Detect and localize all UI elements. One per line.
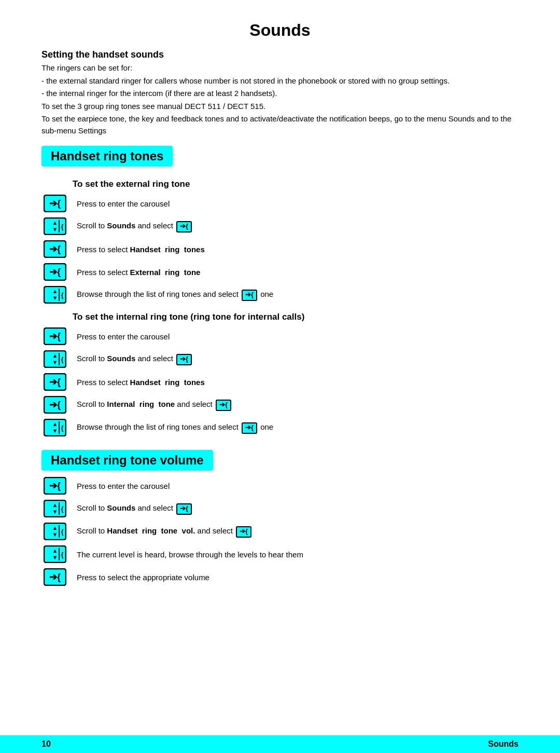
icon-nav: ➔{	[41, 395, 68, 415]
step-text: Scroll to Sounds and select ➔{	[77, 220, 193, 232]
svg-text:{: {	[61, 356, 64, 363]
sub-heading-internal: To set the internal ring tone (ring tone…	[73, 312, 519, 322]
icon-nav: ➔{	[41, 476, 68, 496]
svg-text:▲: ▲	[52, 547, 58, 554]
step-item: ➔{ Press to select the appropriate volum…	[41, 567, 519, 587]
scroll-icon-svg: ▲ ▼ {	[44, 523, 66, 540]
nav-icon-svg: ➔{	[44, 568, 66, 586]
icon-scroll: ▲ ▼ {	[41, 418, 68, 437]
step-text: Press to select the appropriate volume	[77, 572, 209, 583]
svg-text:{: {	[61, 505, 64, 513]
svg-text:▲: ▲	[52, 220, 58, 226]
icon-nav: ➔{	[41, 567, 68, 587]
step-item: ➔{ Scroll to Internal ring tone and sele…	[41, 395, 519, 415]
step-item: ➔{ Press to select Handset ring tones	[41, 372, 519, 392]
icon-scroll: ▲ ▼ {	[41, 285, 68, 305]
intro-para-2: - the external standard ringer for calle…	[41, 75, 519, 87]
svg-text:{: {	[61, 292, 64, 299]
inline-icon: ➔{	[216, 400, 231, 411]
scroll-icon-svg: ▲ ▼ {	[44, 217, 66, 235]
footer-section-title: Sounds	[488, 740, 519, 749]
inline-icon: ➔{	[242, 290, 257, 301]
step-text: Scroll to Sounds and select ➔{	[77, 502, 193, 514]
step-item: ▲ ▼ { The current level is heard, browse…	[41, 544, 519, 564]
step-item: ➔{ Press to select External ring tone	[41, 262, 519, 282]
icon-nav: ➔{	[41, 239, 68, 259]
intro-para-4: To set the 3 group ring tones see manual…	[41, 101, 519, 113]
svg-text:➔{: ➔{	[49, 572, 61, 582]
icon-scroll: ▲ ▼ {	[41, 544, 68, 564]
svg-text:➔{: ➔{	[49, 267, 61, 277]
step-text: Press to enter the carousel	[77, 331, 170, 342]
step-item: ▲ ▼ { Scroll to Sounds and select ➔{	[41, 349, 519, 369]
step-text: Browse through the list of ring tones an…	[77, 289, 273, 300]
step-text: Browse through the list of ring tones an…	[77, 421, 273, 433]
icon-nav: ➔{	[41, 326, 68, 346]
steps-volume: ➔{ Press to enter the carousel ▲ ▼ { Scr…	[41, 476, 519, 587]
intro-para-1: The ringers can be set for:	[41, 62, 519, 74]
step-item: ➔{ Press to enter the carousel	[41, 194, 519, 213]
banner-handset-ring-tone-volume: Handset ring tone volume	[41, 450, 213, 471]
scroll-icon-svg: ▲ ▼ {	[44, 350, 66, 368]
step-text: Press to enter the carousel	[77, 481, 170, 491]
steps-internal: ➔{ Press to enter the carousel ▲ ▼ { Scr…	[41, 326, 519, 437]
footer-bar: 10 Sounds	[0, 735, 560, 753]
svg-text:{: {	[61, 223, 64, 230]
banner-handset-ring-tones: Handset ring tones	[41, 146, 173, 167]
svg-text:{: {	[61, 551, 64, 558]
inline-icon: ➔{	[242, 422, 257, 434]
svg-text:▲: ▲	[52, 525, 58, 531]
svg-text:▲: ▲	[52, 502, 58, 508]
scroll-icon-svg: ▲ ▼ {	[44, 500, 66, 517]
svg-text:▼: ▼	[52, 554, 58, 560]
step-text: Press to select Handset ring tones	[77, 377, 205, 388]
step-item: ▲ ▼ { Scroll to Handset ring tone vol. a…	[41, 522, 519, 541]
inline-icon: ➔{	[176, 221, 192, 232]
svg-text:▼: ▼	[52, 531, 58, 538]
svg-text:▼: ▼	[52, 509, 58, 515]
icon-scroll: ▲ ▼ {	[41, 522, 68, 541]
nav-icon-svg: ➔{	[44, 195, 66, 212]
svg-text:▼: ▼	[52, 295, 58, 301]
scroll-icon-svg: ▲ ▼ {	[44, 286, 66, 304]
step-item: ➔{ Press to enter the carousel	[41, 476, 519, 496]
icon-scroll: ▲ ▼ {	[41, 499, 68, 518]
svg-text:➔{: ➔{	[49, 331, 61, 341]
step-item: ▲ ▼ { Scroll to Sounds and select ➔{	[41, 499, 519, 518]
icon-scroll: ▲ ▼ {	[41, 349, 68, 369]
icon-nav: ➔{	[41, 372, 68, 392]
icon-nav: ➔{	[41, 194, 68, 213]
inline-icon: ➔{	[176, 354, 192, 365]
svg-text:▼: ▼	[52, 428, 58, 434]
step-text: Scroll to Handset ring tone vol. and sel…	[77, 525, 253, 537]
nav-icon-svg: ➔{	[44, 240, 66, 258]
banner-label-2: Handset ring tone volume	[51, 453, 204, 468]
scroll-icon-svg: ▲ ▼ {	[44, 545, 66, 563]
icon-scroll: ▲ ▼ {	[41, 216, 68, 236]
scroll-icon-svg: ▲ ▼ {	[44, 419, 66, 436]
step-item: ➔{ Press to select Handset ring tones	[41, 239, 519, 259]
step-item: ▲ ▼ { Scroll to Sounds and select ➔{	[41, 216, 519, 236]
banner-label-1: Handset ring tones	[51, 149, 163, 163]
page-title: Sounds	[41, 21, 519, 40]
nav-icon-svg: ➔{	[44, 327, 66, 345]
svg-text:➔{: ➔{	[49, 400, 61, 410]
intro-para-5: To set the earpiece tone, the key and fe…	[41, 113, 519, 136]
step-item: ➔{ Press to enter the carousel	[41, 326, 519, 346]
step-item: ▲ ▼ { Browse through the list of ring to…	[41, 418, 519, 437]
intro-heading: Setting the handset sounds	[41, 49, 519, 60]
nav-icon-svg: ➔{	[44, 263, 66, 281]
svg-text:▼: ▼	[52, 359, 58, 365]
nav-icon-svg: ➔{	[44, 396, 66, 414]
svg-text:➔{: ➔{	[49, 244, 61, 254]
sub-heading-external: To set the external ring tone	[73, 179, 519, 189]
svg-text:{: {	[61, 528, 64, 536]
inline-icon: ➔{	[236, 526, 251, 538]
step-text: Scroll to Internal ring tone and select …	[77, 399, 232, 410]
svg-text:➔{: ➔{	[49, 481, 61, 491]
step-text: The current level is heard, browse throu…	[77, 549, 303, 560]
svg-text:▼: ▼	[52, 226, 58, 232]
steps-external: ➔{ Press to enter the carousel ▲ ▼ { Scr…	[41, 194, 519, 305]
step-text: Press to select Handset ring tones	[77, 244, 205, 255]
step-text: Scroll to Sounds and select ➔{	[77, 353, 193, 365]
